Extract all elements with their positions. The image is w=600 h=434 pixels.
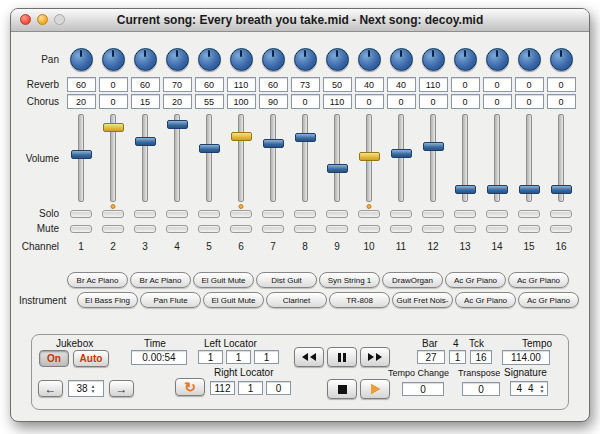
pan-knob[interactable] [134,48,157,71]
pan-knob[interactable] [326,48,349,71]
reverb-value-field[interactable]: 110 [227,77,256,92]
solo-toggle[interactable] [358,210,380,218]
solo-toggle[interactable] [326,210,348,218]
solo-toggle[interactable] [422,210,444,218]
reverb-value-field[interactable]: 70 [163,77,192,92]
rewind-button[interactable] [294,347,324,367]
instrument-button[interactable]: Ac Gr Piano [518,292,579,308]
solo-toggle[interactable] [230,210,252,218]
solo-toggle[interactable] [102,210,124,218]
reverb-value-field[interactable]: 0 [451,77,480,92]
mute-toggle[interactable] [518,225,540,233]
pan-knob[interactable] [262,48,285,71]
position-bar-field[interactable]: 27 [417,350,445,364]
instrument-button[interactable]: Guit Fret Nois- [392,292,453,308]
solo-toggle[interactable] [518,210,540,218]
chorus-value-field[interactable]: 0 [99,94,128,109]
volume-slider[interactable] [78,114,84,202]
reverb-value-field[interactable]: 60 [259,77,288,92]
chorus-value-field[interactable]: 100 [227,94,256,109]
volume-slider[interactable] [558,114,564,202]
solo-toggle[interactable] [454,210,476,218]
mute-toggle[interactable] [454,225,476,233]
solo-toggle[interactable] [390,210,412,218]
pan-knob[interactable] [486,48,509,71]
left-locator-beat-field[interactable]: 1 [226,350,251,364]
solo-toggle[interactable] [70,210,92,218]
solo-toggle[interactable] [294,210,316,218]
instrument-button[interactable]: TR-808 [329,292,390,308]
volume-slider-handle[interactable] [295,133,316,142]
close-button[interactable] [20,14,31,25]
chorus-value-field[interactable]: 90 [259,94,288,109]
solo-toggle[interactable] [166,210,188,218]
pan-knob[interactable] [230,48,253,71]
chorus-value-field[interactable]: 55 [195,94,224,109]
mute-toggle[interactable] [102,225,124,233]
solo-toggle[interactable] [198,210,220,218]
signature-field[interactable]: 4 4 ▲ ▼ [510,381,548,396]
instrument-button[interactable]: El Guit Mute [203,292,264,308]
mute-toggle[interactable] [550,225,572,233]
volume-slider-handle[interactable] [455,185,476,194]
reverb-value-field[interactable]: 40 [355,77,384,92]
pan-knob[interactable] [102,48,125,71]
stepper-down-icon[interactable]: ▼ [91,389,96,394]
fast-forward-button[interactable] [360,347,390,367]
play-button[interactable] [360,379,390,399]
chorus-value-field[interactable]: 20 [67,94,96,109]
volume-slider-handle[interactable] [167,120,188,129]
left-locator-bar-field[interactable]: 1 [198,350,223,364]
instrument-button[interactable]: El Bass Fing [77,292,138,308]
mute-toggle[interactable] [70,225,92,233]
volume-slider-handle[interactable] [103,123,124,132]
mute-toggle[interactable] [358,225,380,233]
stop-button[interactable] [327,379,357,399]
previous-song-button[interactable]: ← [38,380,63,397]
volume-slider[interactable] [430,114,436,202]
reverb-value-field[interactable]: 50 [323,77,352,92]
jukebox-auto-button[interactable]: Auto [73,350,109,367]
mute-toggle[interactable] [166,225,188,233]
instrument-button[interactable]: Syn String 1 [319,272,380,288]
reverb-value-field[interactable]: 0 [547,77,576,92]
instrument-button[interactable]: DrawOrgan [382,272,443,288]
reverb-value-field[interactable]: 110 [419,77,448,92]
volume-slider[interactable] [302,114,308,202]
pan-knob[interactable] [294,48,317,71]
volume-slider[interactable] [494,114,500,202]
song-number-stepper[interactable]: ▲ ▼ [91,384,96,394]
volume-slider[interactable] [238,114,244,202]
volume-slider[interactable] [334,114,340,202]
mute-toggle[interactable] [262,225,284,233]
minimize-button[interactable] [37,14,48,25]
pan-knob[interactable] [422,48,445,71]
mute-toggle[interactable] [230,225,252,233]
volume-slider-handle[interactable] [359,152,380,161]
volume-slider[interactable] [206,114,212,202]
mute-toggle[interactable] [326,225,348,233]
stepper-down-icon[interactable]: ▼ [540,389,545,394]
volume-slider-handle[interactable] [519,185,540,194]
volume-slider-handle[interactable] [263,139,284,148]
position-beat-field[interactable]: 1 [449,350,466,364]
chorus-value-field[interactable]: 0 [291,94,320,109]
instrument-button[interactable]: Ac Gr Piano [455,292,516,308]
title-bar[interactable]: Current song: Every breath you take.mid … [11,9,589,32]
tempo-change-field[interactable]: 0 [402,382,444,396]
position-tick-field[interactable]: 16 [470,350,492,364]
chorus-value-field[interactable]: 0 [483,94,512,109]
chorus-value-field[interactable]: 0 [515,94,544,109]
instrument-button[interactable]: Br Ac Piano [67,272,128,288]
reverb-value-field[interactable]: 60 [67,77,96,92]
pan-knob[interactable] [198,48,221,71]
chorus-value-field[interactable]: 0 [419,94,448,109]
transpose-field[interactable]: 0 [462,382,500,396]
volume-slider-handle[interactable] [135,137,156,146]
chorus-value-field[interactable]: 15 [131,94,160,109]
solo-toggle[interactable] [486,210,508,218]
reverb-value-field[interactable]: 0 [483,77,512,92]
pause-button[interactable] [327,347,357,367]
pan-knob[interactable] [390,48,413,71]
volume-slider[interactable] [526,114,532,202]
